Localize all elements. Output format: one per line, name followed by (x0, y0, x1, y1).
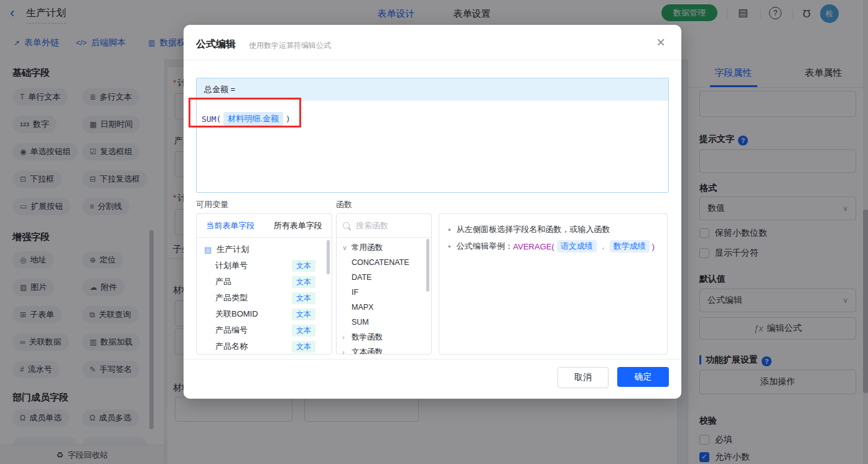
chevron-collapsed-icon: › (342, 348, 348, 355)
function-group[interactable]: ›文本函数 (337, 345, 431, 355)
function-search-input[interactable] (355, 220, 419, 231)
functions-label: 函数 (336, 199, 352, 210)
formula-expression: SUM( 材料明细.金额 ) (202, 112, 291, 126)
field-type-tag: 文本 (292, 341, 315, 353)
variable-item[interactable]: 产品编号文本 (197, 322, 332, 338)
formula-field-chip[interactable]: 材料明细.金额 (223, 112, 283, 126)
function-item[interactable]: DATE (337, 270, 431, 285)
formula-function: SUM( (202, 114, 221, 124)
function-search (337, 214, 431, 238)
example-comma: ， (599, 241, 607, 252)
search-icon (343, 222, 350, 229)
functions-panel: ∨常用函数 CONCATENATE DATE IF MAPX SUM ›数学函数… (336, 213, 432, 355)
field-type-tag: 文本 (292, 276, 315, 288)
divider (184, 359, 681, 360)
formula-editor: 总金额 = SUM( 材料明细.金额 ) (196, 78, 669, 193)
help-example-line: • 公式编辑举例： AVERAGE( 语文成绩 ， 数学成绩 ) (448, 240, 655, 253)
example-close-paren: ) (652, 242, 655, 251)
bullet-icon: • (448, 225, 451, 234)
function-item[interactable]: IF (337, 285, 431, 300)
formula-target: 总金额 = (197, 78, 668, 101)
formula-help-panel: • 从左侧面板选择字段名和函数，或输入函数 • 公式编辑举例： AVERAGE(… (439, 213, 668, 355)
chevron-collapsed-icon: › (342, 333, 348, 341)
variables-scrollbar[interactable] (327, 240, 330, 274)
help-line: • 从左侧面板选择字段名和函数，或输入函数 (448, 224, 610, 235)
field-type-tag: 文本 (292, 292, 315, 304)
tab-current-form-fields[interactable]: 当前表单字段 (206, 220, 254, 231)
formula-input-area[interactable]: SUM( 材料明细.金额 ) (197, 101, 668, 192)
example-field-chip: 数学成绩 (610, 240, 650, 253)
chevron-expanded-icon: ∨ (342, 244, 348, 252)
function-item[interactable]: SUM (337, 315, 431, 330)
variable-item[interactable]: 产品名称文本 (197, 338, 332, 355)
field-type-tag: 文本 (292, 260, 315, 272)
variables-panel: 当前表单字段 所有表单字段 ▤ 生产计划 计划单号文本 产品文本 产品类型文本 … (196, 213, 332, 355)
dialog-subtitle: 使用数学运算符编辑公式 (249, 40, 331, 51)
variable-item[interactable]: 关联BOMID文本 (197, 306, 332, 322)
field-type-tag: 文本 (292, 309, 315, 320)
variables-label: 可用变量 (196, 199, 228, 210)
variable-item[interactable]: 计划单号文本 (197, 258, 332, 274)
dialog-title: 公式编辑 (196, 38, 236, 51)
example-field-chip: 语文成绩 (557, 240, 597, 253)
variable-tree-root[interactable]: ▤ 生产计划 (197, 241, 332, 258)
bullet-icon: • (448, 242, 451, 251)
tab-all-form-fields[interactable]: 所有表单字段 (274, 220, 322, 231)
example-function: AVERAGE( (513, 242, 554, 251)
confirm-button[interactable]: 确定 (617, 367, 669, 387)
variable-item[interactable]: 产品类型文本 (197, 290, 332, 306)
function-group[interactable]: ∨常用函数 (337, 240, 431, 255)
app: ‹ 生产计划 表单设计 表单设置 数据管理 ▤ ? Ω 检 ↗ 表单外链 </>… (0, 0, 868, 464)
variable-item[interactable]: 产品文本 (197, 274, 332, 290)
functions-scrollbar[interactable] (426, 239, 429, 292)
formula-close-paren: ) (286, 114, 291, 124)
function-item[interactable]: MAPX (337, 300, 431, 315)
cancel-button[interactable]: 取消 (558, 367, 609, 388)
formula-editor-dialog: 公式编辑 使用数学运算符编辑公式 × 总金额 = SUM( 材料明细.金额 ) … (184, 25, 681, 399)
variables-tabs: 当前表单字段 所有表单字段 (197, 214, 332, 238)
field-type-tag: 文本 (292, 325, 315, 336)
form-doc-icon: ▤ (204, 245, 212, 254)
function-item[interactable]: CONCATENATE (337, 255, 431, 270)
function-group[interactable]: ›数学函数 (337, 330, 431, 345)
divider (184, 60, 681, 60)
close-icon[interactable]: × (656, 35, 665, 50)
